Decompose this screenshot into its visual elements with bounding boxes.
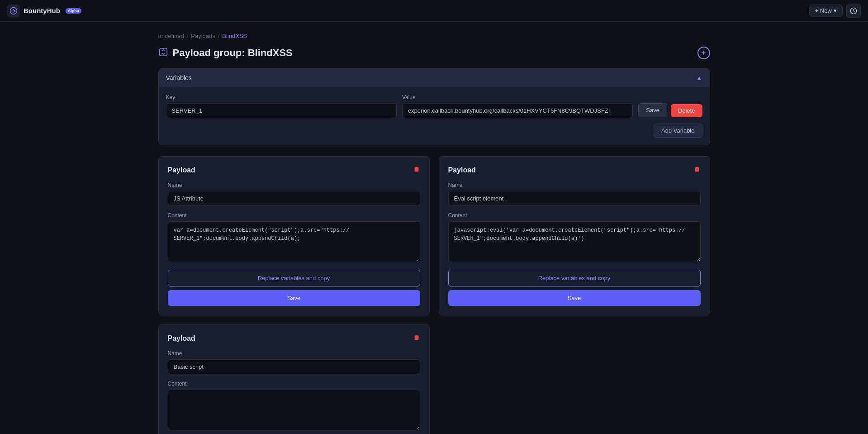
- value-input[interactable]: [402, 103, 633, 118]
- app-name: BountyHub: [24, 7, 60, 14]
- value-field-group: Value: [402, 94, 633, 118]
- breadcrumb-blindxss: BlindXSS: [222, 33, 247, 39]
- payload-1-replace-button[interactable]: Replace variables and copy: [168, 270, 420, 286]
- new-button[interactable]: + New ▾: [809, 5, 843, 17]
- value-label: Value: [402, 94, 633, 100]
- payload-group-icon: [158, 47, 168, 59]
- chevron-up-icon: ▲: [696, 74, 702, 81]
- variables-body: Key Value Save Delete Add Variable: [159, 87, 710, 145]
- breadcrumb-payloads[interactable]: Payloads: [191, 33, 215, 39]
- payload-1-name-label: Name: [168, 182, 420, 188]
- payload-2-content-textarea[interactable]: javascript:eval('var a=document.createEl…: [448, 221, 701, 262]
- payload-card-3: Payload Name Content: [158, 324, 430, 434]
- page-title: Payload group: BlindXSS: [158, 47, 293, 59]
- payload-2-replace-button[interactable]: Replace variables and copy: [448, 270, 701, 286]
- payload-1-name-input[interactable]: [168, 191, 420, 206]
- logo-area: BountyHub Alpha: [7, 5, 81, 17]
- payload-3-name-label: Name: [168, 350, 420, 357]
- payload-card-1: Payload Name Content var a=document.crea…: [158, 156, 430, 315]
- add-variable-row: Add Variable: [166, 124, 702, 138]
- payload-2-content-label: Content: [448, 212, 701, 219]
- logo-icon: [7, 5, 20, 17]
- breadcrumb-undefined[interactable]: undefined: [158, 33, 184, 39]
- nav-actions: + New ▾: [809, 4, 861, 18]
- payload-card-1-header: Payload: [168, 166, 420, 175]
- top-nav: BountyHub Alpha + New ▾: [0, 0, 868, 22]
- payload-card-3-header: Payload: [168, 334, 420, 343]
- payload-1-save-button[interactable]: Save: [168, 290, 420, 306]
- main-content: undefined / Payloads / BlindXSS Payload …: [140, 22, 728, 434]
- payload-2-save-button[interactable]: Save: [448, 290, 701, 306]
- key-label: Key: [166, 94, 397, 100]
- variables-title: Variables: [166, 74, 192, 81]
- variable-actions: Save Delete: [638, 94, 702, 118]
- payload-2-delete-button[interactable]: [693, 166, 701, 175]
- payload-card-2-header: Payload: [448, 166, 701, 175]
- add-variable-button[interactable]: Add Variable: [654, 124, 702, 138]
- payload-card-2: Payload Name Content javascript:eval('va…: [439, 156, 710, 315]
- add-payload-group-button[interactable]: +: [697, 47, 710, 59]
- payload-2-name-label: Name: [448, 182, 701, 188]
- payload-card-1-title: Payload: [168, 166, 195, 174]
- payload-card-2-title: Payload: [448, 166, 476, 174]
- payload-2-name-input[interactable]: [448, 191, 701, 206]
- payload-3-content-label: Content: [168, 381, 420, 387]
- payloads-grid: Payload Name Content var a=document.crea…: [158, 156, 710, 434]
- payload-3-delete-button[interactable]: [413, 334, 420, 343]
- variable-save-button[interactable]: Save: [638, 103, 667, 117]
- variable-row: Key Value Save Delete: [166, 94, 702, 118]
- variable-delete-button[interactable]: Delete: [671, 104, 702, 117]
- page-header: Payload group: BlindXSS +: [158, 47, 710, 59]
- variables-header[interactable]: Variables ▲: [159, 69, 710, 87]
- alpha-badge: Alpha: [66, 8, 81, 14]
- payload-1-content-textarea[interactable]: var a=document.createElement("script");a…: [168, 221, 420, 262]
- settings-button[interactable]: [846, 4, 861, 18]
- payload-card-3-title: Payload: [168, 334, 195, 343]
- payload-3-content-textarea[interactable]: [168, 390, 420, 430]
- payload-1-content-label: Content: [168, 212, 420, 219]
- key-field-group: Key: [166, 94, 397, 118]
- breadcrumb: undefined / Payloads / BlindXSS: [158, 33, 710, 39]
- payload-1-delete-button[interactable]: [413, 166, 420, 175]
- key-input[interactable]: [166, 103, 397, 118]
- payload-3-name-input[interactable]: [168, 359, 420, 374]
- variables-section: Variables ▲ Key Value Save Delete Add V: [158, 68, 710, 145]
